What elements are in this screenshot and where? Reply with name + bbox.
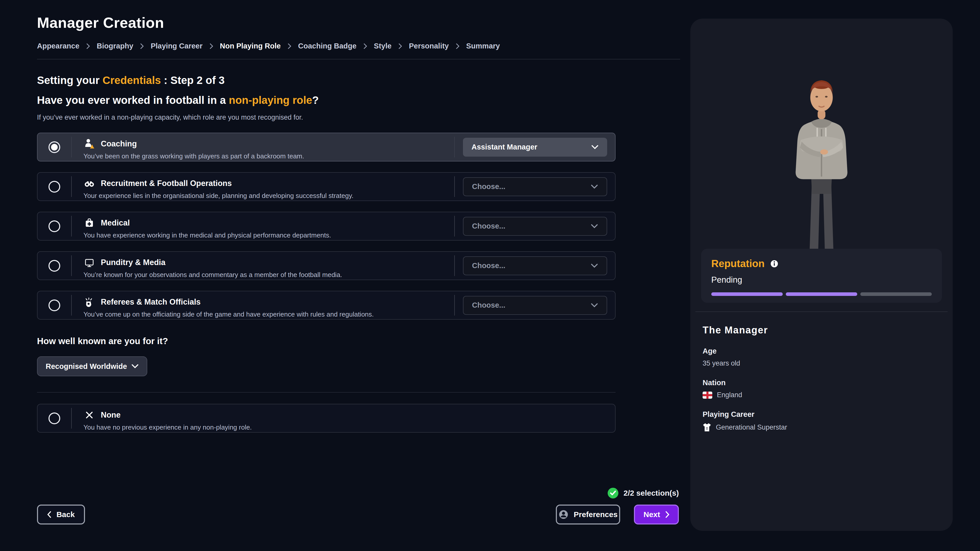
step-heading: Setting your Credentials : Step 2 of 3 xyxy=(37,74,680,86)
age-label: Age xyxy=(703,347,940,355)
role-title: Punditry & Media xyxy=(101,258,165,267)
progress-segment xyxy=(786,292,857,296)
role-title: Coaching xyxy=(101,139,137,148)
breadcrumb-item-biography[interactable]: Biography xyxy=(97,42,133,50)
chevron-down-icon xyxy=(591,145,598,149)
chevron-left-icon xyxy=(47,511,51,518)
chevron-right-icon xyxy=(398,43,402,49)
breadcrumb: Appearance Biography Playing Career Non … xyxy=(37,42,680,50)
medical-bag-icon xyxy=(83,217,95,229)
role-description: You have experience working in the medic… xyxy=(83,231,454,239)
tv-icon xyxy=(83,257,95,268)
chevron-right-icon xyxy=(455,43,460,49)
footer-bar: Back Preferences Next xyxy=(37,505,679,524)
manager-heading: The Manager xyxy=(703,325,940,336)
check-icon xyxy=(608,488,618,499)
radio-coaching[interactable] xyxy=(48,141,60,153)
back-button[interactable]: Back xyxy=(37,505,85,524)
career-field: Playing Career Generational Superstar xyxy=(703,410,940,432)
age-value: 35 years old xyxy=(703,359,940,367)
manager-summary: The Manager Age 35 years old Nation Engl… xyxy=(703,325,940,432)
nation-value: England xyxy=(717,391,742,399)
role-title: Referees & Match Officials xyxy=(101,297,200,306)
chevron-right-icon xyxy=(140,43,144,49)
role-option-referees[interactable]: Referees & Match Officials You’ve come u… xyxy=(37,291,616,320)
chevron-right-icon xyxy=(665,511,670,518)
question-heading: Have you ever worked in football in a no… xyxy=(37,94,680,106)
nation-field: Nation England xyxy=(703,379,940,399)
selection-status: 2/2 selection(s) xyxy=(37,488,679,499)
role-description: Your experience lies in the organisation… xyxy=(83,192,454,200)
role-description: You’ve come up on the officiating side o… xyxy=(83,310,454,318)
recruitment-role-dropdown[interactable]: Choose... xyxy=(463,177,607,196)
user-circle-icon xyxy=(558,510,569,519)
well-known-heading: How well known are you for it? xyxy=(37,336,680,346)
chevron-down-icon xyxy=(591,303,598,308)
referees-role-dropdown[interactable]: Choose... xyxy=(463,296,607,315)
role-option-coaching[interactable]: Coaching You’ve been on the grass workin… xyxy=(37,133,616,162)
role-description: You’re known for your observations and c… xyxy=(83,271,454,279)
progress-segment xyxy=(711,292,783,296)
role-title: Recruitment & Football Operations xyxy=(101,179,232,188)
chevron-down-icon xyxy=(591,224,598,229)
chevron-down-icon xyxy=(591,184,598,189)
coaching-role-dropdown[interactable]: Assistant Manager xyxy=(463,138,607,157)
breadcrumb-item-appearance[interactable]: Appearance xyxy=(37,42,80,50)
reputation-status: Pending xyxy=(711,275,932,285)
reputation-card: Reputation Pending xyxy=(701,249,942,303)
chevron-right-icon xyxy=(287,43,291,49)
well-known-dropdown[interactable]: Recognised Worldwide xyxy=(37,356,147,376)
radio-punditry[interactable] xyxy=(48,260,60,272)
role-description: You’ve been on the grass working with pl… xyxy=(83,152,454,160)
nation-label: Nation xyxy=(703,379,940,387)
radio-none[interactable] xyxy=(48,413,60,424)
manager-avatar xyxy=(690,49,953,274)
breadcrumb-item-playing-career[interactable]: Playing Career xyxy=(151,42,202,50)
section-divider xyxy=(37,392,616,392)
breadcrumb-item-style[interactable]: Style xyxy=(374,42,391,50)
manager-preview-panel: Reputation Pending The Manager Age 35 ye… xyxy=(690,19,953,531)
england-flag-icon xyxy=(703,392,712,399)
role-option-recruitment[interactable]: Recruitment & Football Operations Your e… xyxy=(37,172,616,201)
main-content: Manager Creation Appearance Biography Pl… xyxy=(37,14,680,433)
whistle-icon xyxy=(83,296,95,308)
chevron-down-icon xyxy=(131,364,138,368)
punditry-role-dropdown[interactable]: Choose... xyxy=(463,256,607,275)
career-value: Generational Superstar xyxy=(716,424,787,431)
role-option-punditry[interactable]: Punditry & Media You’re known for your o… xyxy=(37,251,616,280)
info-icon[interactable] xyxy=(770,260,778,268)
preferences-button[interactable]: Preferences xyxy=(556,505,620,524)
role-description: You have no previous experience in any n… xyxy=(83,424,615,431)
panel-divider xyxy=(695,311,948,312)
jersey-icon xyxy=(703,423,711,432)
selection-status-text: 2/2 selection(s) xyxy=(624,489,679,497)
chevron-right-icon xyxy=(86,43,90,49)
question-subtext: If you’ve ever worked in a non-playing c… xyxy=(37,114,680,121)
radio-medical[interactable] xyxy=(48,221,60,232)
role-option-none[interactable]: None You have no previous experience in … xyxy=(37,404,616,433)
age-field: Age 35 years old xyxy=(703,347,940,367)
role-options-list: Coaching You’ve been on the grass workin… xyxy=(37,133,616,320)
radio-recruitment[interactable] xyxy=(48,181,60,192)
breadcrumb-item-personality[interactable]: Personality xyxy=(409,42,449,50)
role-title: None xyxy=(101,410,121,420)
medical-role-dropdown[interactable]: Choose... xyxy=(463,217,607,236)
breadcrumb-item-summary[interactable]: Summary xyxy=(466,42,500,50)
progress-segment xyxy=(860,292,932,296)
header-divider xyxy=(37,59,680,59)
career-label: Playing Career xyxy=(703,410,940,419)
chevron-down-icon xyxy=(591,264,598,268)
breadcrumb-item-coaching-badge[interactable]: Coaching Badge xyxy=(298,42,356,50)
reputation-progress-bar xyxy=(711,292,932,296)
coach-cone-icon xyxy=(83,138,95,150)
reputation-title: Reputation xyxy=(711,258,765,269)
chevron-right-icon xyxy=(363,43,367,49)
page-title: Manager Creation xyxy=(37,14,680,31)
role-title: Medical xyxy=(101,218,130,227)
binoculars-icon xyxy=(83,178,95,189)
radio-referees[interactable] xyxy=(48,300,60,311)
role-option-medical[interactable]: Medical You have experience working in t… xyxy=(37,212,616,241)
next-button[interactable]: Next xyxy=(634,505,679,524)
x-icon xyxy=(83,409,95,421)
breadcrumb-item-non-playing-role[interactable]: Non Playing Role xyxy=(220,42,281,50)
